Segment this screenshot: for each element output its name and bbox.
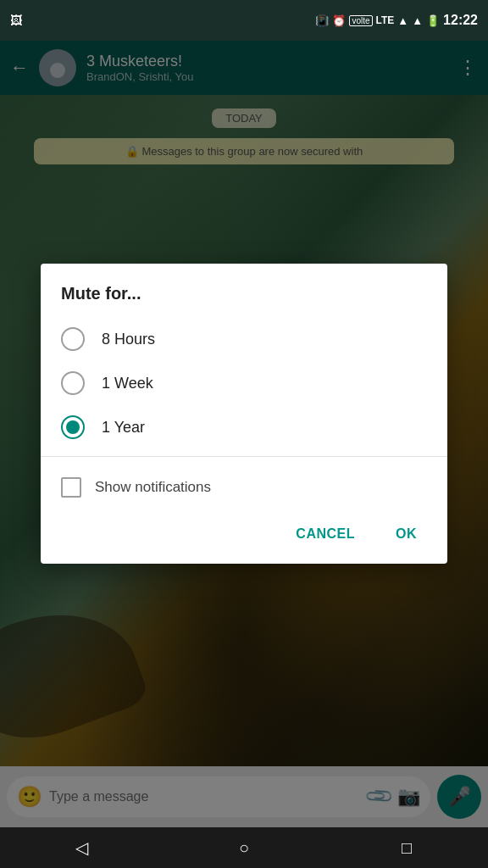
nav-recent-button[interactable]: □ — [386, 827, 427, 868]
image-icon: 🖼 — [10, 14, 22, 27]
dialog-actions: CANCEL OK — [41, 511, 447, 564]
show-notifications-checkbox[interactable] — [61, 477, 81, 498]
show-notifications-row[interactable]: Show notifications — [41, 464, 447, 511]
radio-1week[interactable] — [61, 371, 85, 395]
volte-label: volte — [349, 15, 372, 26]
cancel-button[interactable]: CANCEL — [279, 518, 372, 550]
mute-dialog: Mute for... 8 Hours 1 Week 1 Year Show n… — [41, 264, 447, 564]
battery-icon: 🔋 — [426, 14, 440, 27]
dialog-title: Mute for... — [41, 264, 447, 317]
option-1week[interactable]: 1 Week — [61, 361, 427, 405]
radio-8hours[interactable] — [61, 327, 85, 351]
status-bar-left: 🖼 — [10, 14, 22, 27]
ok-button[interactable]: OK — [379, 518, 434, 550]
label-1year: 1 Year — [102, 419, 145, 437]
lte-label: LTE — [376, 14, 395, 26]
nav-back-button[interactable]: ◁ — [61, 827, 102, 868]
alarm-icon: ⏰ — [332, 14, 346, 27]
nav-bar: ◁ ○ □ — [0, 827, 488, 868]
status-time: 12:22 — [443, 13, 478, 28]
dialog-divider — [41, 456, 447, 457]
signal2-icon: ▲ — [412, 14, 423, 27]
label-8hours: 8 Hours — [102, 331, 155, 348]
signal-icon: ▲ — [397, 14, 408, 27]
label-1week: 1 Week — [102, 375, 153, 392]
option-1year[interactable]: 1 Year — [61, 405, 427, 449]
radio-1year[interactable] — [61, 415, 85, 439]
option-8hours[interactable]: 8 Hours — [61, 317, 427, 361]
dialog-overlay: Mute for... 8 Hours 1 Week 1 Year Show n… — [0, 0, 488, 827]
vibrate-icon: 📳 — [315, 14, 329, 27]
show-notifications-label: Show notifications — [95, 479, 211, 496]
status-bar: 🖼 📳 ⏰ volte LTE ▲ ▲ 🔋 12:22 — [0, 0, 488, 41]
status-bar-right: 📳 ⏰ volte LTE ▲ ▲ 🔋 12:22 — [315, 13, 478, 28]
mute-options-group: 8 Hours 1 Week 1 Year — [41, 317, 447, 449]
nav-home-button[interactable]: ○ — [224, 827, 264, 868]
